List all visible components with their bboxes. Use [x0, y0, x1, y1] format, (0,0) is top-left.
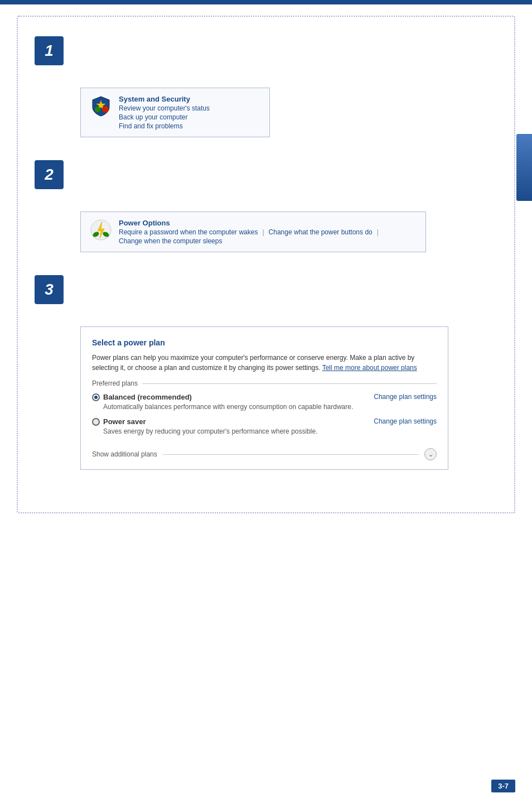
- balanced-plan-desc: Automatically balances performance with …: [103, 403, 353, 411]
- step-1-number: 1: [35, 36, 64, 65]
- power-icon: [90, 219, 112, 241]
- power-options-title: Power Options: [119, 219, 383, 227]
- preferred-plans-divider: Preferred plans: [92, 379, 437, 387]
- shield-icon: [90, 95, 112, 117]
- step-3-wrapper: 3 Select a power plan Power plans can he…: [35, 272, 497, 470]
- power-plan-panel: Select a power plan Power plans can help…: [80, 326, 448, 470]
- step-1-block: 1: [35, 33, 497, 65]
- tell-me-more-link[interactable]: Tell me more about power plans: [322, 364, 417, 372]
- power-saver-plan-desc: Saves energy by reducing your computer's…: [103, 427, 318, 435]
- system-security-title: System and Security: [119, 95, 210, 103]
- system-security-panel: System and Security Review your computer…: [80, 88, 270, 137]
- step-2-number: 2: [35, 160, 64, 189]
- step-3-block: 3: [35, 272, 497, 304]
- power-saver-plan-name: Power saver: [103, 417, 146, 426]
- power-options-text: Power Options Require a password when th…: [119, 219, 383, 245]
- additional-divider-line: [163, 454, 419, 455]
- svg-point-2: [95, 107, 100, 112]
- power-options-panel: Power Options Require a password when th…: [80, 211, 426, 252]
- power-saver-plan-left: Power saver Saves energy by reducing you…: [92, 417, 318, 435]
- page-number: 3-7: [491, 780, 515, 792]
- power-saver-plan-name-row: Power saver: [92, 417, 318, 426]
- select-power-plan-heading: Select a power plan: [92, 338, 437, 347]
- balanced-plan-left: Balanced (recommended) Automatically bal…: [92, 393, 353, 411]
- require-password-link[interactable]: Require a password when the computer wak…: [119, 228, 258, 236]
- fix-problems-link[interactable]: Find and fix problems: [119, 122, 210, 130]
- top-bar: [0, 0, 532, 4]
- backup-link[interactable]: Back up your computer: [119, 113, 210, 121]
- power-buttons-link[interactable]: Change what the power buttons do: [269, 228, 373, 236]
- show-additional-divider: [92, 442, 437, 443]
- step-2-block: 2: [35, 157, 497, 189]
- power-saver-change-settings-link[interactable]: Change plan settings: [374, 417, 437, 425]
- review-status-link[interactable]: Review your computer's status: [119, 104, 210, 112]
- power-saver-plan-row: Power saver Saves energy by reducing you…: [92, 417, 437, 435]
- balanced-plan-name: Balanced (recommended): [103, 393, 192, 401]
- step-3-number: 3: [35, 275, 64, 304]
- expand-button[interactable]: ⌄: [424, 448, 437, 460]
- computer-sleeps-link[interactable]: Change when the computer sleeps: [119, 237, 383, 245]
- balanced-radio[interactable]: [92, 393, 100, 401]
- divider-line-1: [142, 383, 437, 384]
- pipe-sep-1: |: [262, 228, 264, 236]
- step-1-wrapper: 1 Sys: [35, 33, 497, 137]
- balanced-plan-name-row: Balanced (recommended): [92, 393, 353, 401]
- preferred-plans-label: Preferred plans: [92, 379, 138, 387]
- pipe-sep-2: |: [377, 228, 379, 236]
- right-accent-tab: [516, 134, 532, 201]
- main-dotted-container: 1 Sys: [17, 16, 515, 513]
- show-additional-label: Show additional plans: [92, 450, 157, 458]
- show-additional-row: Show additional plans ⌄: [92, 448, 437, 460]
- svg-point-1: [102, 106, 109, 113]
- power-plan-description: Power plans can help you maximize your c…: [92, 353, 437, 373]
- page-footer: 3-7: [491, 780, 515, 792]
- power-options-links-row: Require a password when the computer wak…: [119, 228, 383, 236]
- balanced-plan-row: Balanced (recommended) Automatically bal…: [92, 393, 437, 411]
- balanced-change-settings-link[interactable]: Change plan settings: [374, 393, 437, 401]
- system-security-text: System and Security Review your computer…: [119, 95, 210, 130]
- power-saver-radio[interactable]: [92, 418, 100, 426]
- step-2-wrapper: 2 Power Options: [35, 157, 497, 252]
